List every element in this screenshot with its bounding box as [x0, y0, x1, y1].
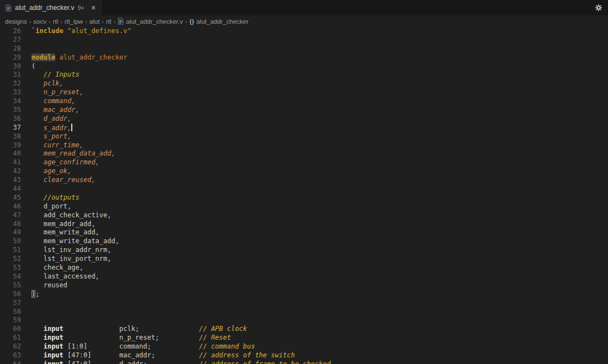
breadcrumb-item-rtl[interactable]: rtl — [106, 18, 112, 25]
code-line-37[interactable]: 37 s_addr, — [0, 124, 608, 132]
code-line-28[interactable]: 28 — [0, 45, 608, 53]
code-token: mem_addr_add, — [44, 220, 96, 228]
code-line-38[interactable]: 38 s_port, — [0, 132, 608, 141]
line-content: reused — [21, 281, 67, 290]
code-line-32[interactable]: 32 pclk, — [0, 79, 608, 88]
symbol-braces-icon: {} — [189, 18, 194, 25]
code-line-52[interactable]: 52 lst_inv_port_nrm, — [0, 255, 608, 264]
code-line-46[interactable]: 46 d_port, — [0, 202, 608, 211]
code-line-47[interactable]: 47 add_check_active, — [0, 211, 608, 220]
breadcrumb-item-alut[interactable]: alut — [89, 18, 100, 25]
code-token — [55, 53, 59, 61]
code-token: command, — [44, 97, 76, 105]
code-token — [31, 220, 44, 228]
breadcrumb-item-rtl_lpw[interactable]: rtl_lpw — [65, 18, 83, 25]
code-line-63[interactable]: 63 input [47:0] mac_addr; // address of … — [0, 351, 608, 360]
code-token: // Inputs — [44, 71, 80, 78]
code-line-27[interactable]: 27 — [0, 36, 608, 45]
line-number: 63 — [0, 351, 21, 360]
code-line-41[interactable]: 41 age_confirmed, — [0, 158, 608, 167]
code-line-61[interactable]: 61 input n_p_reset; // Reset — [0, 334, 608, 342]
code-line-42[interactable]: 42 age_ok, — [0, 167, 608, 176]
breadcrumb-label: alut_addr_checker — [196, 18, 249, 25]
editor-window: alut_addr_checker.v 9+ × designs›socv›rt… — [0, 0, 608, 364]
code-line-35[interactable]: 35 mac_addr, — [0, 106, 608, 115]
breadcrumb-item-socv[interactable]: socv — [33, 18, 46, 25]
line-number: 32 — [0, 79, 21, 88]
code-line-64[interactable]: 64 input [47:0] d_addr; // address of fr… — [0, 360, 608, 364]
code-line-56[interactable]: 56); — [0, 290, 608, 299]
code-line-34[interactable]: 34 command, — [0, 97, 608, 106]
code-token: input — [44, 325, 64, 333]
code-token: lst_inv_addr_nrm, — [44, 246, 112, 254]
line-number: 33 — [0, 88, 21, 97]
code-line-58[interactable]: 58 — [0, 308, 608, 317]
code-token — [155, 351, 199, 359]
breadcrumb-item-designs[interactable]: designs — [5, 18, 27, 25]
breadcrumb-separator: › — [114, 18, 116, 25]
line-content — [21, 185, 31, 194]
code-line-54[interactable]: 54 last_accessed, — [0, 272, 608, 281]
code-line-50[interactable]: 50 mem_write_data_add, — [0, 237, 608, 246]
code-line-44[interactable]: 44 — [0, 185, 608, 194]
code-token: mem_write_data_add, — [44, 237, 119, 245]
code-token — [31, 255, 44, 263]
code-line-57[interactable]: 57 — [0, 299, 608, 308]
code-editor[interactable]: 26`include "alut_defines.v"272829module … — [0, 27, 608, 364]
line-content: d_port, — [21, 202, 71, 211]
line-number: 38 — [0, 132, 21, 141]
code-token — [31, 272, 44, 280]
breadcrumb-separator: › — [102, 18, 104, 25]
code-line-60[interactable]: 60 input pclk; // APB clock — [0, 325, 608, 334]
code-line-30[interactable]: 30( — [0, 62, 608, 71]
line-number: 39 — [0, 141, 21, 150]
code-token: reused — [44, 281, 67, 289]
code-line-40[interactable]: 40 mem_read_data_add, — [0, 149, 608, 158]
line-content: check_age, — [21, 264, 83, 272]
code-line-36[interactable]: 36 d_addr, — [0, 115, 608, 124]
code-line-33[interactable]: 33 n_p_reset, — [0, 88, 608, 97]
code-line-53[interactable]: 53 check_age, — [0, 264, 608, 272]
settings-gear-icon[interactable] — [595, 4, 602, 12]
code-line-26[interactable]: 26`include "alut_defines.v" — [0, 27, 608, 36]
code-token — [159, 334, 199, 341]
code-line-62[interactable]: 62 input [1:0] command; // command bus — [0, 342, 608, 351]
tab-close-icon[interactable]: × — [91, 4, 96, 12]
code-token — [139, 325, 199, 333]
code-line-48[interactable]: 48 mem_addr_add, — [0, 220, 608, 229]
line-content — [21, 299, 31, 308]
code-token: ( — [31, 62, 35, 70]
line-number: 45 — [0, 194, 21, 202]
code-token: [47:0] — [67, 360, 91, 364]
code-token — [31, 237, 44, 245]
breadcrumb-item-alut_addr_checker[interactable]: {}alut_addr_checker — [189, 18, 249, 25]
code-line-29[interactable]: 29module alut_addr_checker — [0, 53, 608, 62]
verilog-file-icon — [118, 18, 124, 25]
code-line-39[interactable]: 39 curr_time, — [0, 141, 608, 150]
code-line-59[interactable]: 59 — [0, 316, 608, 325]
breadcrumb-separator: › — [29, 18, 31, 25]
tab-label: alut_addr_checker.v — [15, 4, 74, 12]
code-line-45[interactable]: 45 //outputs — [0, 194, 608, 202]
code-token: ; — [35, 290, 39, 298]
code-line-43[interactable]: 43 clear_reused, — [0, 176, 608, 185]
code-token — [31, 342, 44, 350]
code-token — [31, 194, 44, 201]
code-line-51[interactable]: 51 lst_inv_addr_nrm, — [0, 246, 608, 255]
breadcrumb-item-alut_addr_checker.v[interactable]: alut_addr_checker.v — [118, 18, 183, 25]
line-number: 50 — [0, 237, 21, 246]
breadcrumb-item-rtl[interactable]: rtl — [53, 18, 59, 25]
code-token — [31, 360, 44, 364]
line-number: 57 — [0, 299, 21, 308]
line-number: 49 — [0, 228, 21, 237]
code-line-55[interactable]: 55 reused — [0, 281, 608, 290]
code-token: mac_addr, — [44, 106, 80, 114]
tab-bar: alut_addr_checker.v 9+ × — [0, 0, 608, 15]
code-line-31[interactable]: 31 // Inputs — [0, 71, 608, 79]
line-content — [21, 316, 31, 325]
code-token: lst_inv_port_nrm, — [44, 255, 112, 263]
tab-alut-addr-checker[interactable]: alut_addr_checker.v 9+ × — [0, 0, 102, 15]
line-number: 59 — [0, 316, 21, 325]
code-line-49[interactable]: 49 mem_write_add, — [0, 228, 608, 237]
line-content — [21, 45, 31, 53]
